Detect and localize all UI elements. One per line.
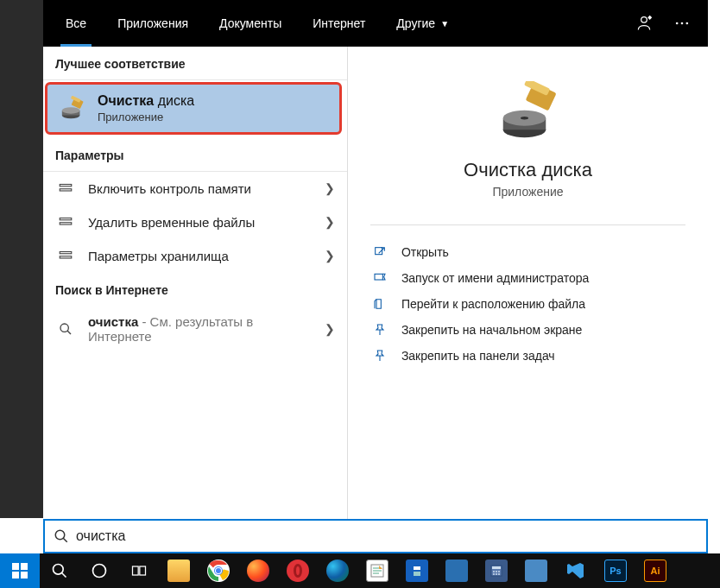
svg-rect-32 <box>133 566 139 575</box>
taskbar-app-opera[interactable] <box>278 553 318 588</box>
action-label: Закрепить на начальном экране <box>401 323 583 337</box>
more-options-icon[interactable] <box>663 4 701 42</box>
taskbar-app-calculator[interactable] <box>477 553 516 588</box>
taskbar-app-generic1[interactable] <box>437 553 477 588</box>
svg-point-29 <box>54 565 64 575</box>
svg-point-50 <box>493 573 495 575</box>
svg-rect-12 <box>60 223 72 224</box>
setting-label: Удалить временные файлы <box>88 215 313 230</box>
svg-line-30 <box>62 573 66 578</box>
divider <box>370 224 685 225</box>
best-match-title: Очистка диска <box>98 93 194 109</box>
tab-label: Другие <box>396 16 435 30</box>
best-match-subtitle: Приложение <box>98 111 194 123</box>
best-match-item[interactable]: Очистка диска Приложение <box>45 82 342 135</box>
settings-icon <box>55 180 76 196</box>
left-strip <box>0 0 43 518</box>
taskbar-app-notepad[interactable] <box>357 553 397 588</box>
svg-point-3 <box>686 22 689 25</box>
svg-rect-33 <box>140 566 146 575</box>
open-icon <box>372 244 388 260</box>
cortana-button[interactable] <box>79 553 119 588</box>
action-label: Перейти к расположению файла <box>401 297 585 311</box>
feedback-icon[interactable] <box>625 4 663 42</box>
svg-line-16 <box>67 331 71 334</box>
svg-rect-9 <box>60 185 72 187</box>
svg-rect-14 <box>60 256 72 258</box>
search-input[interactable] <box>76 528 698 544</box>
setting-label: Включить контроль памяти <box>88 181 313 196</box>
action-label: Запуск от имени администратора <box>401 271 589 285</box>
tab-label: Все <box>66 16 86 30</box>
search-box[interactable] <box>43 519 708 553</box>
chevron-right-icon: ❯ <box>325 322 335 336</box>
settings-icon <box>55 214 76 230</box>
svg-rect-13 <box>60 252 72 254</box>
search-icon <box>55 322 76 336</box>
svg-rect-46 <box>492 566 501 569</box>
tab-docs[interactable]: Документы <box>204 0 297 47</box>
disk-cleanup-large-icon <box>497 81 559 143</box>
svg-point-27 <box>55 530 65 540</box>
svg-point-0 <box>641 17 647 23</box>
taskbar-app-photoshop[interactable]: Ps <box>596 553 635 588</box>
svg-point-47 <box>493 571 495 572</box>
folder-icon <box>372 296 388 312</box>
tab-more[interactable]: Другие▼ <box>381 0 464 47</box>
svg-point-49 <box>498 571 500 572</box>
web-result-label: очистка - См. результаты в Интернете <box>88 314 313 344</box>
action-file-location[interactable]: Перейти к расположению файла <box>370 291 685 317</box>
taskbar-app-firefox[interactable] <box>238 553 278 588</box>
search-results-panel: Все Приложения Документы Интернет Другие… <box>43 0 708 553</box>
section-web: Поиск в Интернете <box>43 273 347 306</box>
setting-storage-sense[interactable]: Включить контроль памяти ❯ <box>43 172 347 205</box>
action-pin-taskbar[interactable]: Закрепить на панели задач <box>370 343 685 369</box>
taskbar-app-chrome[interactable] <box>199 553 238 588</box>
svg-point-51 <box>496 573 497 575</box>
svg-rect-43 <box>414 566 420 570</box>
setting-storage-params[interactable]: Параметры хранилища ❯ <box>43 239 347 273</box>
action-label: Закрепить на панели задач <box>401 349 555 363</box>
svg-rect-44 <box>414 572 420 576</box>
chevron-right-icon: ❯ <box>325 215 335 229</box>
action-pin-start[interactable]: Закрепить на начальном экране <box>370 317 685 343</box>
top-tabs: Все Приложения Документы Интернет Другие… <box>43 0 708 47</box>
taskview-button[interactable] <box>119 553 159 588</box>
svg-point-48 <box>496 571 497 572</box>
disk-cleanup-icon <box>60 96 85 122</box>
taskbar-app-illustrator[interactable]: Ai <box>635 553 675 588</box>
section-params: Параметры <box>43 138 347 172</box>
tab-label: Приложения <box>117 16 188 30</box>
settings-icon <box>55 248 76 263</box>
detail-column: Очистка диска Приложение Открыть Запуск … <box>347 47 708 553</box>
best-match-text: Очистка диска Приложение <box>98 93 194 123</box>
taskbar-app-generic2[interactable] <box>516 553 556 588</box>
shield-icon <box>372 270 388 286</box>
action-open[interactable]: Открыть <box>370 239 685 265</box>
taskbar: Ps Ai <box>0 553 720 588</box>
taskbar-search-button[interactable] <box>40 553 79 588</box>
content-area: Лучшее соответствие Очистка диска Прилож… <box>43 47 708 553</box>
taskbar-app-edge[interactable] <box>318 553 357 588</box>
start-button[interactable] <box>0 553 40 588</box>
web-search-result[interactable]: очистка - См. результаты в Интернете ❯ <box>43 306 347 353</box>
detail-title: Очистка диска <box>464 159 592 181</box>
action-run-as-admin[interactable]: Запуск от имени администратора <box>370 265 685 291</box>
tab-all[interactable]: Все <box>50 0 102 47</box>
detail-subtitle: Приложение <box>492 185 563 199</box>
taskbar-app-explorer[interactable] <box>159 553 199 588</box>
svg-point-31 <box>93 565 106 578</box>
chevron-right-icon: ❯ <box>325 249 335 262</box>
tab-web[interactable]: Интернет <box>297 0 381 47</box>
taskbar-app-save[interactable] <box>397 553 437 588</box>
taskbar-app-vscode[interactable] <box>556 553 596 588</box>
setting-delete-temp[interactable]: Удалить временные файлы ❯ <box>43 205 347 239</box>
tab-apps[interactable]: Приложения <box>102 0 204 47</box>
pin-icon <box>372 348 388 364</box>
svg-point-20 <box>521 117 528 119</box>
search-icon <box>54 528 69 544</box>
setting-label: Параметры хранилища <box>88 249 313 263</box>
tab-label: Интернет <box>313 16 365 30</box>
svg-point-1 <box>676 22 679 25</box>
chevron-down-icon: ▼ <box>440 19 449 28</box>
